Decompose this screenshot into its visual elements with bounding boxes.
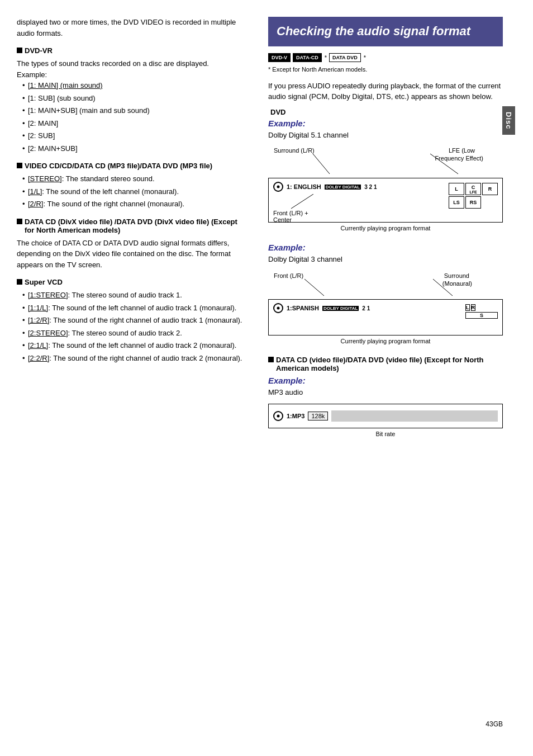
list-item: [2: MAIN+SUB]: [22, 143, 246, 154]
caption-3ch: Currently playing program format: [268, 338, 503, 344]
list-item: [2:2/R]: The sound of the right channel …: [22, 353, 246, 364]
bitrate-caption: Bit rate: [268, 431, 503, 437]
dvd-vr-example-label: Example:: [17, 69, 246, 81]
desc-text: If you press AUDIO repeatedly during pla…: [268, 81, 503, 102]
channel-LFE-text: LFE: [469, 190, 477, 194]
diagram-3ch: Front (L/R) Surround (Monaural) 1:SPANIS…: [268, 270, 503, 344]
dvd-vr-heading-text: DVD-VR: [25, 46, 53, 55]
list-item: [1: MAIN] (main sound): [22, 80, 246, 91]
channel-L-3ch: L: [465, 304, 470, 311]
channel-empty: [482, 196, 498, 209]
disc-icon-3ch: [273, 303, 283, 313]
list-item: [STEREO]: The standard stereo sound.: [22, 173, 246, 185]
heading-square-icon: [17, 163, 22, 168]
center-label: Center: [273, 216, 292, 223]
svg-line-1: [430, 154, 458, 174]
disc-icon-5ch: [273, 182, 283, 192]
list-item: [1: SUB] (sub sound): [22, 93, 246, 104]
datacd-divx-desc: The choice of DATA CD or DATA DVD audio …: [17, 238, 246, 271]
li-text: [2:1/L]: [28, 341, 48, 349]
example1-heading: Example:: [268, 119, 503, 128]
channel-C-text: C: [472, 185, 475, 190]
left-column: displayed two or more times, the DVD VID…: [0, 17, 257, 739]
svg-line-3: [304, 279, 324, 296]
list-item: [1: MAIN+SUB] (main and sub sound): [22, 105, 246, 116]
list-item: [2/R]: The sound of the right channel (m…: [22, 199, 246, 210]
li-text: [2:STEREO]: [28, 329, 68, 337]
heading-square-icon: [17, 219, 22, 224]
example1-subtitle: Dolby Digital 5.1 channel: [268, 130, 503, 140]
diagram-row-3ch: 1:SPANISH DOLBY DIGITAL 2 1: [273, 303, 498, 313]
list-item: [1:2/R]: The sound of the right channel …: [22, 315, 246, 326]
datacd-heading: DATA CD (video file)/DATA DVD (video fil…: [268, 356, 503, 372]
supervcd-heading: Super VCD: [17, 278, 246, 286]
disc-badges: DVD-V DATA-CD * DATA DVD *: [268, 53, 503, 62]
page-title: Checking the audio signal format: [268, 17, 503, 46]
list-item: [1:1/L]: The sound of the left channel o…: [22, 303, 246, 314]
2r-text: [2/R]: [28, 200, 43, 208]
diagram-box-3ch: 1:SPANISH DOLBY DIGITAL 2 1 L R S: [268, 299, 503, 336]
annotation-lines-3ch: [268, 270, 503, 298]
badge-asterisk-1: *: [325, 54, 327, 61]
li-text: [1:1/L]: [28, 304, 48, 312]
side-tab: Disc: [502, 106, 515, 135]
datacd-divx-heading: DATA CD (DivX video file) /DATA DVD (Div…: [17, 218, 246, 234]
list-item: [2: SUB]: [22, 130, 246, 141]
channel-C-LFE: C LFE: [465, 183, 481, 195]
list-item: [1:STEREO]: The stereo sound of audio tr…: [22, 290, 246, 301]
diagram-box-5ch: 1: ENGLISH DOLBY DIGITAL 3 2 1 L C LFE R…: [268, 178, 503, 223]
1l-text: [1/L]: [28, 187, 42, 196]
stereo-text: [STEREO]: [28, 174, 62, 183]
svg-line-4: [433, 279, 453, 296]
channel-numbers-3ch: 2 1: [362, 305, 370, 311]
channel-R-3ch: R: [471, 304, 476, 311]
datacd-divx-heading-text: DATA CD (DivX video file) /DATA DVD (Div…: [25, 218, 246, 234]
example2-subtitle: Dolby Digital 3 channel: [268, 254, 503, 264]
track-info-5ch: 1: ENGLISH: [287, 183, 321, 190]
svg-line-2: [291, 194, 313, 209]
channel-S-3ch: S: [465, 312, 498, 319]
supervcd-body: [1:STEREO]: The stereo sound of audio tr…: [17, 290, 246, 363]
dvd-vr-body: The types of sound tracks recorded on a …: [17, 58, 246, 154]
dvd-vr-desc: The types of sound tracks recorded on a …: [17, 58, 246, 69]
front-left-line: [285, 194, 330, 211]
heading-square-icon: [17, 48, 22, 53]
channel-LS: LS: [449, 196, 464, 209]
li-text: [1:STEREO]: [28, 291, 68, 299]
li-text: [1:2/R]: [28, 316, 49, 324]
badge-datacd: DATA-CD: [293, 53, 322, 62]
channel-R: R: [482, 183, 498, 195]
heading-square-icon: [268, 357, 274, 362]
li-text: [2:2/R]: [28, 354, 49, 362]
section-datacd-divx: DATA CD (DivX video file) /DATA DVD (Div…: [17, 218, 246, 271]
page-number: 43GB: [486, 720, 503, 728]
section-dvd-vr: DVD-VR The types of sound tracks recorde…: [17, 46, 246, 154]
section-supervcd: Super VCD [1:STEREO]: The stereo sound o…: [17, 278, 246, 363]
badge-dvdv: DVD-V: [268, 53, 291, 62]
channel-grid-5ch: L C LFE R LS RS: [449, 183, 498, 209]
diagram-5ch: Surround (L/R) LFE (Low Frequency Effect…: [268, 146, 503, 231]
section-videocd: VIDEO CD/CD/DATA CD (MP3 file)/DATA DVD …: [17, 162, 246, 210]
list-item: [2: MAIN]: [22, 118, 246, 129]
dvd-heading: DVD: [268, 108, 503, 116]
videocd-heading-text: VIDEO CD/CD/DATA CD (MP3 file)/DATA DVD …: [25, 162, 212, 170]
footnote: * Except for North American models.: [268, 65, 503, 74]
annotation-lines: [268, 146, 503, 177]
list-item: [1/L]: The sound of the left channel (mo…: [22, 186, 246, 197]
list-item-text: [1: MAIN] (main sound): [28, 81, 103, 89]
example3-heading: Example:: [268, 376, 503, 385]
videocd-bullets: [STEREO]: The standard stereo sound. [1/…: [17, 173, 246, 210]
svg-line-0: [313, 154, 330, 174]
list-item: [2:1/L]: The sound of the left channel o…: [22, 340, 246, 351]
heading-square-icon: [17, 279, 22, 285]
channel-numbers-5ch: 3 2 1: [364, 184, 377, 190]
dolby-tag-5ch: DOLBY DIGITAL: [325, 185, 361, 190]
channel-grid-3ch: L R S: [465, 304, 498, 319]
data-cd-section: DATA CD (video file)/DATA DVD (video fil…: [268, 356, 503, 437]
dvd-vr-bullets: [1: MAIN] (main sound) [1: SUB] (sub sou…: [17, 80, 246, 154]
track-info-mp3: 1:MP3: [287, 413, 304, 419]
datacd-divx-body: The choice of DATA CD or DATA DVD audio …: [17, 238, 246, 271]
supervcd-heading-text: Super VCD: [25, 278, 63, 286]
right-column: Checking the audio signal format DVD-V D…: [257, 17, 514, 739]
badge-datadvd: DATA DVD: [329, 53, 361, 62]
